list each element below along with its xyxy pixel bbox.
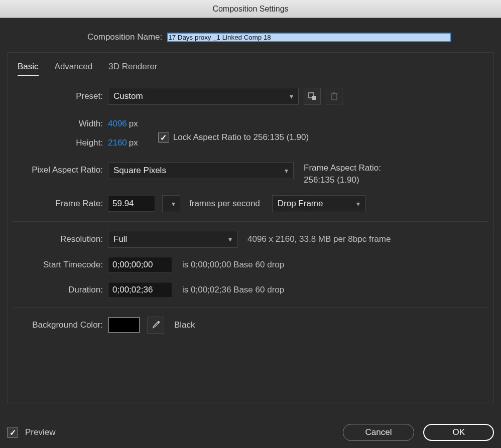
duration-label: Duration: [13,285,108,295]
width-label: Width: [13,119,108,129]
frame-rate-label: Frame Rate: [13,199,108,209]
ok-button[interactable]: OK [423,424,494,441]
resolution-info: 4096 x 2160, 33.8 MB per 8bpc frame [247,234,391,244]
par-label: Pixel Aspect Ratio: [13,162,108,175]
far-label: Frame Aspect Ratio: [304,162,381,174]
trash-icon [330,92,338,101]
preset-label: Preset: [13,91,108,101]
height-label: Height: [13,138,108,148]
drop-frame-select[interactable]: Drop Frame ▾ [272,195,365,212]
frame-rate-toggle[interactable]: ▾ [162,195,180,212]
bg-color-label: Background Color: [13,320,108,330]
comp-name-label: Composition Name: [87,32,162,42]
preset-value: Custom [113,91,143,101]
chevron-down-icon: ▾ [172,200,175,208]
resolution-select[interactable]: Full ▾ [108,231,237,248]
start-timecode-input[interactable] [108,257,172,273]
preset-select[interactable]: Custom ▾ [108,88,299,105]
far-value: 256:135 (1.90) [304,174,381,186]
par-value: Square Pixels [113,166,166,176]
frame-rate-input[interactable] [108,196,155,212]
duration-info: is 0;00;02;36 Base 60 drop [182,285,284,295]
bg-color-name: Black [174,320,195,330]
tab-3d-renderer[interactable]: 3D Renderer [108,62,157,76]
resolution-label: Resolution: [13,234,108,244]
svg-rect-1 [312,96,316,100]
eyedropper-button[interactable] [147,317,164,334]
dialog-title: Composition Settings [212,5,288,14]
resolution-value: Full [113,234,127,244]
divider [13,221,488,222]
chevron-down-icon: ▾ [228,235,232,243]
lock-aspect-label: Lock Aspect Ratio to 256:135 (1.90) [173,132,309,142]
tab-advanced[interactable]: Advanced [55,62,93,76]
width-value[interactable]: 4096 [108,119,127,129]
svg-rect-2 [332,94,337,100]
bg-color-swatch[interactable] [108,317,140,333]
divider [13,307,488,308]
delete-preset-button [326,88,343,105]
duration-input[interactable] [108,282,172,298]
height-unit: px [129,138,138,148]
lock-aspect-checkbox[interactable] [158,132,169,143]
start-timecode-info: is 0;00;00;00 Base 60 drop [182,260,284,270]
drop-frame-value: Drop Frame [278,199,323,209]
fps-text: frames per second [189,199,260,209]
start-timecode-label: Start Timecode: [13,260,108,270]
tab-basic[interactable]: Basic [18,62,39,76]
svg-point-5 [158,321,160,323]
width-unit: px [129,119,138,129]
eyedropper-icon [151,321,160,330]
chevron-down-icon: ▾ [285,167,288,175]
chevron-down-icon: ▾ [356,200,360,208]
dialog-title-bar: Composition Settings [0,0,501,18]
preview-label: Preview [25,427,55,437]
preview-checkbox[interactable] [7,427,18,438]
save-preset-icon [308,92,317,101]
settings-panel: Basic Advanced 3D Renderer Preset: Custo… [7,52,494,403]
par-select[interactable]: Square Pixels ▾ [108,162,294,179]
chevron-down-icon: ▾ [290,92,293,100]
cancel-button[interactable]: Cancel [343,424,415,441]
comp-name-input[interactable] [167,33,451,42]
height-value[interactable]: 2160 [108,138,127,148]
save-preset-button[interactable] [304,88,321,105]
